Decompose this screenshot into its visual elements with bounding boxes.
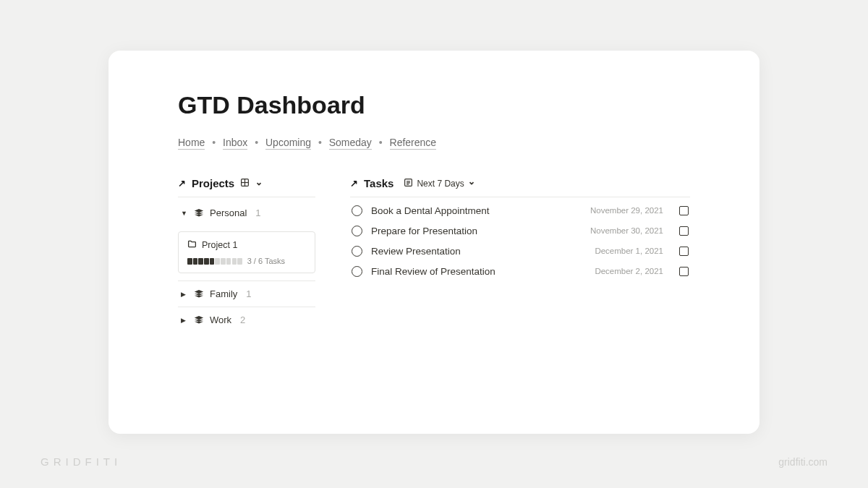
project-card[interactable]: Project 1 3 / 6 Tasks — [178, 231, 315, 273]
stack-icon — [194, 208, 204, 218]
breadcrumb-separator: • — [318, 137, 322, 148]
task-row: Review Presentation December 1, 2021 — [350, 241, 690, 261]
breadcrumb-separator: • — [212, 137, 216, 148]
projects-column: ↗ Projects ▼ Personal 1 — [178, 177, 315, 333]
group-count: 1 — [246, 288, 251, 299]
watermark-right: gridfiti.com — [778, 456, 827, 468]
group-label: Personal — [210, 207, 247, 218]
progress-label: 3 / 6 Tasks — [247, 257, 285, 265]
task-status-circle[interactable] — [352, 226, 362, 236]
project-title: Project 1 — [202, 240, 237, 250]
task-checkbox[interactable] — [679, 247, 689, 256]
project-card-title-row: Project 1 — [187, 239, 306, 251]
page-title: GTD Dashboard — [178, 91, 690, 119]
folder-icon — [187, 239, 197, 251]
view-label: Next 7 Days — [417, 179, 464, 189]
task-title[interactable]: Final Review of Presentation — [371, 266, 586, 277]
task-title[interactable]: Prepare for Presentation — [371, 226, 582, 236]
tasks-heading-text: Tasks — [364, 177, 393, 189]
task-date: December 2, 2021 — [595, 267, 663, 275]
project-progress: 3 / 6 Tasks — [187, 257, 306, 265]
tasks-column: ↗ Tasks Next 7 Days Book a Dental Appoin… — [350, 177, 690, 333]
progress-blocks — [187, 258, 242, 265]
task-status-circle[interactable] — [352, 246, 362, 257]
group-label: Family — [210, 288, 237, 299]
main-columns: ↗ Projects ▼ Personal 1 — [178, 177, 690, 333]
task-status-circle[interactable] — [352, 266, 362, 277]
project-group-work[interactable]: ▶ Work 2 — [178, 307, 315, 333]
chevron-down-icon — [468, 179, 475, 189]
task-row: Book a Dental Appointment November 29, 2… — [350, 200, 690, 221]
arrow-icon: ↗ — [350, 178, 358, 189]
breadcrumb-reference[interactable]: Reference — [390, 137, 437, 150]
stack-icon — [194, 289, 204, 299]
breadcrumb-separator: • — [255, 137, 258, 148]
board-view-icon[interactable] — [240, 177, 250, 189]
task-row: Prepare for Presentation November 30, 20… — [350, 221, 690, 241]
breadcrumb-home[interactable]: Home — [178, 137, 205, 150]
task-checkbox[interactable] — [679, 226, 689, 236]
chevron-down-icon[interactable] — [255, 177, 263, 189]
projects-heading-text: Projects — [192, 177, 234, 189]
stack-icon — [194, 315, 204, 325]
watermark-left: GRIDFITI — [41, 455, 122, 468]
caret-right-icon: ▶ — [181, 291, 188, 298]
task-row: Final Review of Presentation December 2,… — [350, 261, 690, 281]
task-checkbox[interactable] — [679, 206, 689, 215]
task-date: November 29, 2021 — [590, 206, 663, 215]
breadcrumb-upcoming[interactable]: Upcoming — [265, 137, 311, 150]
caret-down-icon: ▼ — [181, 210, 188, 217]
task-title[interactable]: Review Presentation — [371, 246, 586, 257]
group-label: Work — [210, 314, 231, 325]
app-card: GTD Dashboard Home • Inbox • Upcoming • … — [109, 51, 760, 434]
projects-header: ↗ Projects — [178, 177, 315, 197]
task-date: December 1, 2021 — [595, 247, 663, 255]
arrow-icon: ↗ — [178, 178, 186, 189]
breadcrumb: Home • Inbox • Upcoming • Someday • Refe… — [178, 137, 690, 148]
project-group-personal[interactable]: ▼ Personal 1 — [178, 200, 315, 226]
breadcrumb-someday[interactable]: Someday — [329, 137, 372, 150]
caret-right-icon: ▶ — [181, 317, 188, 324]
group-count: 2 — [240, 314, 245, 325]
task-status-circle[interactable] — [352, 205, 362, 216]
breadcrumb-inbox[interactable]: Inbox — [223, 137, 247, 150]
list-icon — [404, 178, 413, 189]
task-checkbox[interactable] — [679, 267, 689, 276]
tasks-header: ↗ Tasks Next 7 Days — [350, 177, 690, 197]
breadcrumb-separator: • — [379, 137, 383, 148]
group-count: 1 — [255, 207, 260, 218]
task-title[interactable]: Book a Dental Appointment — [371, 205, 582, 216]
tasks-view-selector[interactable]: Next 7 Days — [404, 178, 475, 189]
project-group-family[interactable]: ▶ Family 1 — [178, 281, 315, 307]
task-date: November 30, 2021 — [590, 226, 663, 235]
